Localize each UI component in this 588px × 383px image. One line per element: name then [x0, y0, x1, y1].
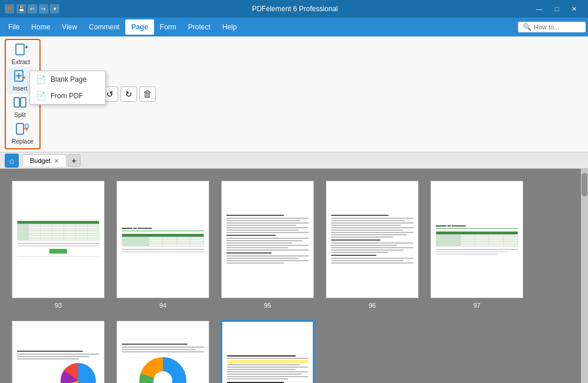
tab-close-icon[interactable]: ✕: [54, 158, 59, 164]
maximize-button[interactable]: □: [548, 0, 566, 18]
menu-search: 🔍: [518, 22, 586, 32]
delete-button[interactable]: 🗑: [139, 86, 156, 102]
page-box-95[interactable]: [221, 181, 314, 298]
search-input[interactable]: [534, 24, 581, 31]
page-thumbnail-95[interactable]: 95: [221, 181, 314, 309]
menu-view[interactable]: View: [56, 19, 83, 35]
close-button[interactable]: ✕: [566, 0, 583, 18]
page-thumbnail-94[interactable]: ▬▬▬ ▬ ▬▬▬▬: [116, 181, 209, 309]
scroll-thumb[interactable]: [582, 173, 587, 197]
split-icon: [14, 96, 26, 111]
svg-rect-6: [14, 98, 19, 107]
menu-home[interactable]: Home: [25, 19, 56, 35]
insert-dropdown: 📄 Blank Page 📄 From PDF: [29, 71, 106, 105]
page-box-93[interactable]: [12, 181, 105, 298]
page-thumbnail-99[interactable]: 99: [116, 321, 209, 383]
from-pdf-label: From PDF: [51, 92, 83, 100]
save-icon[interactable]: 💾: [16, 4, 26, 14]
window-controls: — □ ✕: [530, 0, 583, 18]
insert-icon: ▾: [14, 70, 26, 85]
svg-rect-0: [16, 44, 24, 55]
extract-button[interactable]: Extract: [7, 41, 35, 68]
svg-rect-7: [21, 98, 26, 107]
tab-budget[interactable]: Budget ✕: [22, 154, 66, 166]
menu-protect[interactable]: Protect: [182, 19, 216, 35]
menu-bar: File Home View Comment Page Form Protect…: [0, 18, 588, 36]
toolbar: Extract ▾ Insert Split Replace 100 50 75…: [0, 36, 588, 152]
app-title: PDFelement 6 Professional: [252, 5, 338, 13]
svg-text:▾: ▾: [23, 75, 26, 81]
extract-label: Extract: [12, 59, 30, 65]
page-thumbnail-area: 93 ▬▬▬ ▬ ▬▬▬▬: [0, 169, 581, 383]
insert-label: Insert: [12, 85, 27, 92]
page-num-96: 96: [369, 302, 376, 309]
tab-label: Budget: [30, 157, 51, 164]
page-num-93: 93: [55, 302, 62, 309]
title-bar: P 💾 ↩ ↪ ▾ PDFelement 6 Professional — □ …: [0, 0, 588, 18]
from-pdf-item[interactable]: 📄 From PDF: [30, 88, 105, 104]
app-icon: P: [5, 4, 14, 14]
undo-icon[interactable]: ↩: [28, 4, 37, 14]
rotate-right-button[interactable]: ↻: [121, 86, 137, 102]
page-thumbnail-93[interactable]: 93: [12, 181, 105, 309]
page-thumbnail-96[interactable]: 96: [326, 181, 419, 309]
redo-icon[interactable]: ↪: [39, 4, 48, 14]
page-num-94: 94: [159, 302, 166, 309]
menu-help[interactable]: Help: [216, 19, 243, 35]
page-num-97: 97: [473, 302, 480, 309]
vertical-scrollbar[interactable]: [581, 169, 588, 383]
search-icon: 🔍: [523, 23, 532, 31]
page-box-97[interactable]: ▬▬▬ ▬ ▬▬▬▬: [430, 181, 523, 298]
tab-bar: ⌂ Budget ✕ +: [0, 152, 588, 169]
page-box-98[interactable]: [12, 321, 105, 383]
from-pdf-icon: 📄: [36, 91, 46, 101]
extract-icon: [15, 44, 28, 58]
menu-file[interactable]: File: [2, 19, 25, 35]
blank-page-icon: 📄: [36, 75, 46, 84]
page-box-100[interactable]: [221, 321, 314, 383]
content-wrapper: 93 ▬▬▬ ▬ ▬▬▬▬: [0, 169, 588, 383]
menu-comment[interactable]: Comment: [83, 19, 125, 35]
page-box-99[interactable]: [116, 321, 209, 383]
home-tab-button[interactable]: ⌂: [5, 154, 19, 168]
svg-rect-8: [16, 124, 24, 134]
title-bar-left: P 💾 ↩ ↪ ▾: [5, 4, 59, 14]
split-label: Split: [14, 112, 25, 118]
menu-page[interactable]: Page: [125, 19, 154, 35]
replace-label: Replace: [12, 138, 34, 145]
quick-access-toolbar: 💾 ↩ ↪ ▾: [16, 4, 59, 14]
page-thumbnail-98[interactable]: 98: [12, 321, 105, 383]
more-icon[interactable]: ▾: [50, 4, 59, 14]
replace-icon: [16, 123, 29, 138]
svg-rect-10: [25, 124, 28, 128]
menu-form[interactable]: Form: [154, 19, 182, 35]
blank-page-label: Blank Page: [51, 75, 86, 84]
page-num-95: 95: [264, 302, 271, 309]
add-tab-button[interactable]: +: [68, 154, 81, 167]
page-thumbnail-100[interactable]: 100: [221, 321, 314, 383]
page-box-94[interactable]: ▬▬▬ ▬ ▬▬▬▬: [116, 181, 209, 298]
replace-button[interactable]: Replace: [7, 121, 38, 147]
page-box-96[interactable]: [326, 181, 419, 298]
minimize-button[interactable]: —: [530, 0, 548, 18]
blank-page-item[interactable]: 📄 Blank Page: [30, 71, 105, 88]
page-thumbnail-97[interactable]: ▬▬▬ ▬ ▬▬▬▬: [430, 181, 523, 309]
